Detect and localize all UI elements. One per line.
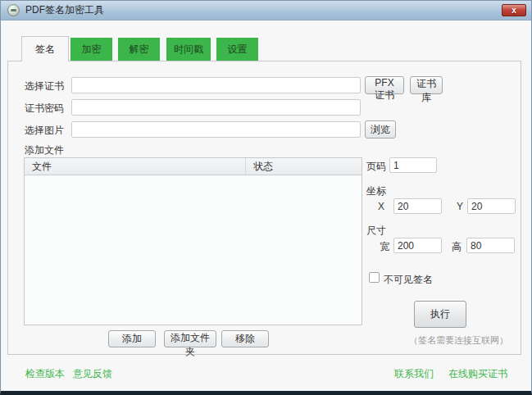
invisible-signature-checkbox[interactable]	[369, 272, 380, 283]
internet-note: （签名需要连接互联网）	[387, 334, 530, 347]
titlebar: PDF签名加密工具 x	[1, 1, 531, 20]
certificate-label: 选择证书	[25, 79, 64, 93]
add-files-label: 添加文件	[25, 143, 64, 157]
width-input[interactable]	[393, 238, 442, 253]
password-label: 证书密码	[25, 102, 64, 116]
y-input[interactable]	[467, 198, 516, 214]
y-label: Y	[457, 201, 463, 212]
remove-button[interactable]: 移除	[221, 330, 269, 347]
app-icon	[7, 4, 20, 16]
app-window: PDF签名加密工具 x 签名 加密 解密 时间戳 设置 选择证书 PFX证书 证…	[0, 0, 532, 395]
width-label: 宽	[380, 240, 389, 254]
execute-button[interactable]: 执行	[414, 301, 466, 328]
file-table[interactable]: 文件 状态	[24, 157, 362, 325]
x-label: X	[378, 201, 384, 212]
column-header-file[interactable]: 文件	[25, 158, 246, 175]
height-input[interactable]	[466, 238, 515, 253]
image-label: 选择图片	[25, 124, 64, 138]
page-number-input[interactable]	[389, 157, 437, 173]
pfx-cert-button[interactable]: PFX证书	[365, 76, 404, 94]
cert-store-button[interactable]: 证书库	[410, 76, 443, 94]
feedback-link[interactable]: 意见反馈	[73, 367, 112, 381]
add-folder-button[interactable]: 添加文件夹	[164, 330, 216, 347]
window-title: PDF签名加密工具	[25, 3, 104, 17]
buy-certificate-link[interactable]: 在线购买证书	[448, 367, 507, 381]
tab-encrypt[interactable]: 加密	[70, 38, 112, 61]
password-input[interactable]	[71, 99, 361, 116]
add-button[interactable]: 添加	[108, 330, 156, 347]
height-label: 高	[452, 240, 462, 254]
tab-timestamp[interactable]: 时间戳	[166, 38, 211, 61]
tab-signature[interactable]: 签名	[21, 36, 69, 61]
close-button[interactable]: x	[502, 4, 526, 16]
check-version-link[interactable]: 检查版本	[25, 367, 65, 381]
page-number-label: 页码	[366, 160, 386, 174]
column-header-status[interactable]: 状态	[246, 158, 361, 175]
tab-settings[interactable]: 设置	[216, 38, 258, 61]
signature-panel: 选择证书 PFX证书 证书库 证书密码 选择图片 浏览 添加文件 文件 状态 添…	[7, 61, 521, 355]
x-input[interactable]	[393, 198, 442, 214]
file-table-body[interactable]	[25, 175, 361, 325]
browse-button[interactable]: 浏览	[365, 120, 396, 138]
file-table-header: 文件 状态	[25, 158, 361, 175]
invisible-signature-label: 不可见签名	[384, 273, 433, 287]
certificate-input[interactable]	[71, 77, 361, 93]
tab-decrypt[interactable]: 解密	[118, 38, 160, 61]
coordinates-label: 坐标	[366, 184, 386, 198]
contact-us-link[interactable]: 联系我们	[394, 367, 434, 381]
image-input[interactable]	[71, 121, 361, 138]
size-label: 尺寸	[366, 224, 386, 238]
